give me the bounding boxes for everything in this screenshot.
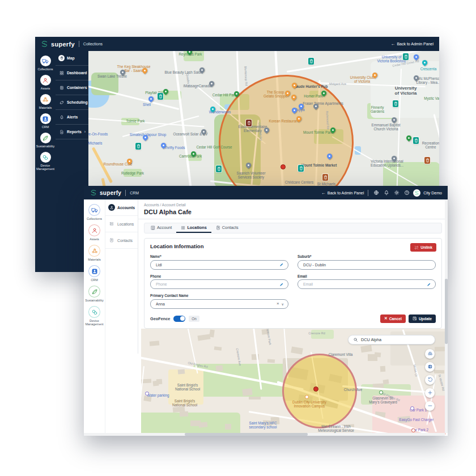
bin-marker[interactable] [308,58,314,65]
menu-item-label: Contacts [117,239,133,243]
primary-contact-select[interactable] [155,301,274,307]
plus-icon [427,390,433,396]
sidebar-item-label: CRM [42,125,49,129]
sidebar-item-device-management[interactable]: Device Management [84,306,105,326]
map-building [380,366,386,372]
person-icon [40,75,51,86]
bin-marker[interactable] [135,143,141,150]
scrollbar-thumb[interactable] [445,279,448,344]
globe-icon[interactable] [372,189,380,197]
help-icon[interactable] [403,189,410,197]
bin-marker[interactable] [216,165,222,172]
breadcrumb[interactable]: Accounts / Account Detail [144,203,448,207]
phone-input[interactable] [155,282,277,287]
bin-marker[interactable] [322,174,328,181]
sidebar-item-label: Sustainability [85,299,103,302]
map-pin[interactable] [198,66,206,74]
map-pin-icon [58,55,65,61]
map-pin[interactable] [142,134,149,141]
sidebar-item-assets[interactable]: Assets [84,224,105,241]
menu-item-dashboard[interactable]: Dashboard [56,66,88,80]
sidebar-item-device-management[interactable]: Device Management [35,152,56,171]
name-input[interactable] [155,262,277,267]
map-pin[interactable] [413,53,420,61]
back-to-admin-button[interactable]: ← Back to Admin Panel [321,190,364,196]
map-search-box[interactable]: DCU Alpha [348,335,435,345]
collections-sidebar: CollectionsAssetsMaterialsCRMSustainabil… [35,51,56,272]
email-input[interactable] [302,282,424,287]
bin-marker[interactable] [403,53,409,60]
tab-contacts[interactable]: Contacts [211,223,243,233]
tab-locations[interactable]: Locations [176,223,211,233]
tab-label: Locations [187,225,206,230]
sidebar-item-sustainability[interactable]: Sustainability [35,133,56,148]
menu-item-locations[interactable]: Locations [105,216,138,232]
menu-item-map[interactable]: Map [56,51,88,66]
map-pin[interactable] [209,105,216,113]
map-pin[interactable] [405,134,413,142]
menu-item-scheduling[interactable]: Scheduling› [56,95,88,110]
bin-marker[interactable] [424,157,430,164]
cancel-button[interactable]: ✕ Cancel [380,314,406,323]
superfy-logo-icon [41,40,48,48]
sidebar-item-sustainability[interactable]: Sustainability [84,286,105,302]
tab-account[interactable]: Account [146,223,176,233]
vertical-scrollbar[interactable] [445,199,448,433]
map-label: Cremore Ave [235,348,242,366]
bin-marker[interactable] [413,137,419,144]
suburb-input[interactable] [302,262,431,267]
zoom-out-button[interactable] [425,401,435,411]
menu-item-accounts[interactable]: Accounts [105,199,138,216]
map-building [434,370,444,374]
sidebar-item-materials[interactable]: Materials [84,245,105,261]
clear-icon[interactable]: × [277,301,279,306]
bell-icon[interactable] [382,189,390,197]
update-button[interactable]: Update [409,314,436,323]
sidebar-item-assets[interactable]: Assets [35,75,56,90]
bin-marker[interactable] [393,100,398,107]
superfy-logo-icon [414,190,419,196]
back-to-admin-button[interactable]: ← Back to Admin Panel [390,41,434,46]
menu-item-reports[interactable]: Reports› [56,125,88,139]
geofence-toggle[interactable] [173,316,185,322]
gear-icon[interactable] [393,189,400,197]
location-map[interactable]: DCU Alpha Claremont VillaChurch AveDubli… [141,329,446,435]
unlink-button[interactable]: Unlink [410,243,436,252]
sidebar-item-collections[interactable]: Collections [35,56,56,71]
map-pin[interactable] [208,80,215,87]
devices-icon [40,152,51,163]
user-avatar[interactable] [413,189,420,197]
sidebar-item-materials[interactable]: Materials [35,94,56,109]
reset-orientation-button[interactable] [425,375,435,385]
bin-marker[interactable] [298,165,304,172]
bin-marker[interactable] [158,93,163,100]
street-view-button[interactable] [425,349,435,359]
zoom-in-button[interactable] [425,388,435,398]
sidebar-item-label: Sustainability [36,144,54,148]
scrollbar-thumb[interactable] [185,433,308,436]
sidebar-item-collections[interactable]: Collections [84,204,105,220]
pencil-icon[interactable] [279,282,284,287]
pencil-icon[interactable] [427,282,431,287]
sidebar-item-crm[interactable]: CRM [84,265,105,282]
sidebar-item-label: Collections [38,67,53,71]
map-pin[interactable] [119,69,126,76]
map-pin[interactable] [390,155,398,162]
geofence-circle[interactable] [282,354,357,428]
map-pin[interactable] [126,158,133,165]
unlink-label: Unlink [420,245,432,249]
horizontal-scrollbar[interactable] [84,433,445,436]
pencil-icon[interactable] [279,262,284,267]
map-dot-marker [145,392,149,396]
menu-item-alerts[interactable]: Alerts [56,110,88,125]
bin-marker[interactable] [246,120,252,126]
chevron-down-icon[interactable]: ∨ [282,302,284,306]
map-pin[interactable] [141,67,148,74]
map-layers-button[interactable] [425,362,435,372]
sidebar-item-crm[interactable]: CRM [35,113,56,129]
map-pin[interactable] [200,128,207,135]
map-pin[interactable] [160,142,167,149]
menu-item-containers[interactable]: Containers [56,80,88,95]
map-building [215,366,223,372]
menu-item-contacts[interactable]: Contacts [105,232,138,249]
